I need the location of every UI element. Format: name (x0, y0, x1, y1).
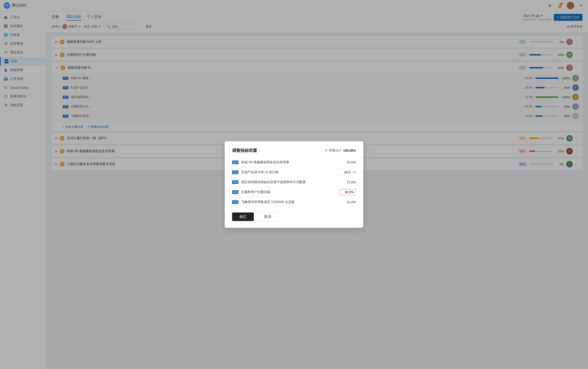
cancel-button[interactable]: 取消 (257, 212, 279, 221)
weight-total-label: 权重总计 (329, 148, 342, 153)
modal-overlay[interactable]: 调整指标权重 ↺ 权重总计 100.00% KR 前端 H5 视频播放器改造支持… (0, 0, 588, 369)
kr-badge: KR (232, 190, 238, 194)
weight-total: ↺ 权重总计 100.00% (325, 148, 356, 153)
kr-badge: KR (232, 180, 238, 184)
adjust-weight-modal: 调整指标权重 ↺ 权重总计 100.00% KR 前端 H5 视频播放器改造支持… (225, 141, 363, 228)
percent-unit: % (353, 170, 356, 174)
modal-item-title: 项目协同模块初始化页面可选择协作方式配置 (241, 180, 337, 184)
modal-weight-item: KR 前端 H5 视频播放器改造支持弹幕 25.0% (232, 158, 356, 167)
weight-total-value: 100.00% (343, 149, 356, 152)
refresh-icon[interactable]: ↺ (325, 149, 327, 152)
modal-item-title: 完成产品设计和 UI 设计稿 (241, 170, 333, 174)
modal-weight-item: KR 项目协同模块初始化页面可选择协作方式配置 15.0% (232, 178, 356, 187)
modal-weight-item: KR 飞蛾测试管理集成进 CODING 企业版 10.0% (232, 198, 356, 207)
modal-weight-item: KR 主播和用户注册功能 (232, 187, 356, 198)
kr-badge: KR (232, 160, 238, 164)
weight-input-highlighted[interactable] (340, 189, 356, 195)
modal-item-title: 飞蛾测试管理集成进 CODING 企业版 (241, 200, 337, 204)
weight-value: 15.0% (340, 180, 356, 184)
kr-badge: KR (232, 200, 238, 204)
confirm-button[interactable]: 确定 (232, 213, 254, 221)
modal-title: 调整指标权重 (232, 148, 257, 153)
modal-header: 调整指标权重 ↺ 权重总计 100.00% (232, 148, 356, 153)
weight-value: 25.0% (340, 160, 356, 164)
kr-badge: KR (232, 170, 238, 174)
modal-actions: 确定 取消 (232, 212, 356, 221)
input-wrap: % (336, 169, 356, 175)
modal-weight-item: KR 完成产品设计和 UI 设计稿 % (232, 167, 356, 178)
input-wrap (340, 189, 356, 195)
weight-input[interactable] (336, 169, 353, 175)
modal-item-title: 前端 H5 视频播放器改造支持弹幕 (241, 160, 337, 164)
modal-item-title: 主播和用户注册功能 (241, 190, 337, 194)
weight-value: 10.0% (340, 200, 356, 204)
